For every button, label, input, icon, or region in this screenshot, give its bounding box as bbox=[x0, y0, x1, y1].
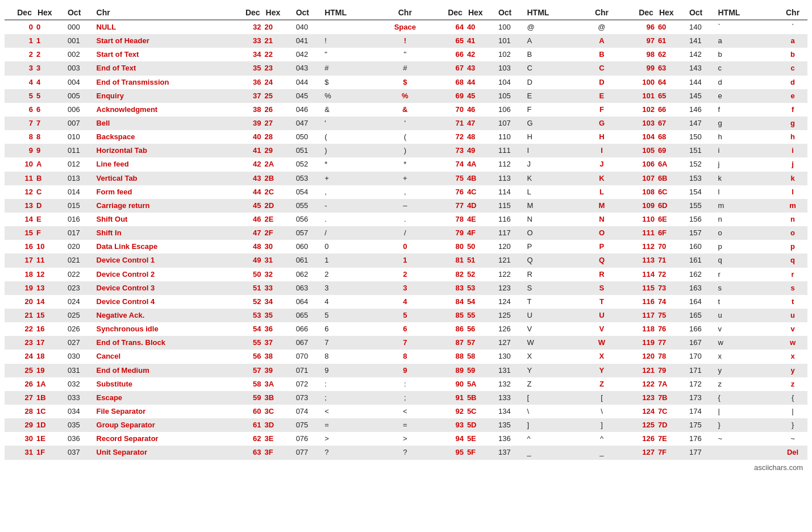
table-cell: 29 bbox=[264, 144, 293, 157]
h-html3: HTML bbox=[524, 6, 588, 20]
table-cell: 073 bbox=[293, 391, 322, 405]
table-cell: End of Medium bbox=[93, 364, 223, 377]
table-cell: 165 bbox=[686, 309, 715, 322]
h-dec4: Dec bbox=[626, 6, 657, 20]
table-cell: } bbox=[778, 418, 807, 432]
table-cell: 28 bbox=[5, 405, 35, 418]
table-cell: Q bbox=[587, 253, 617, 267]
table-cell: 5D bbox=[466, 418, 495, 432]
table-cell: 105 bbox=[495, 89, 524, 103]
table-cell: 001 bbox=[64, 34, 93, 48]
table-cell: N bbox=[524, 213, 588, 226]
table-cell: d bbox=[778, 76, 807, 89]
table-cell: 109 bbox=[626, 199, 657, 213]
table-row: 00000NULL3220040 Space6440100@@9660140`` bbox=[5, 20, 807, 34]
table-cell: Line feed bbox=[93, 157, 223, 171]
table-cell: 65 bbox=[657, 89, 686, 103]
table-cell: \ bbox=[524, 405, 588, 418]
table-cell: 136 bbox=[495, 432, 524, 446]
table-cell: 144 bbox=[686, 76, 715, 89]
table-cell: 155 bbox=[686, 199, 715, 213]
table-cell: 114 bbox=[495, 185, 524, 199]
table-cell: 123 bbox=[495, 281, 524, 295]
table-cell: 5B bbox=[466, 391, 495, 405]
table-cell: K bbox=[524, 172, 588, 185]
table-cell: p bbox=[715, 240, 778, 253]
table-cell: " bbox=[321, 48, 385, 61]
table-cell: 42 bbox=[233, 157, 264, 171]
table-cell: 063 bbox=[293, 281, 322, 295]
table-cell: 044 bbox=[293, 76, 322, 89]
table-cell: 6A bbox=[657, 157, 686, 171]
table-cell: 005 bbox=[64, 89, 93, 103]
table-cell: % bbox=[321, 89, 385, 103]
table-cell: 29 bbox=[5, 418, 35, 432]
table-cell: E bbox=[587, 89, 617, 103]
table-cell: 010 bbox=[64, 130, 93, 144]
table-cell: 172 bbox=[686, 377, 715, 391]
table-cell: l bbox=[778, 185, 807, 199]
table-cell: 16 bbox=[35, 322, 64, 336]
table-cell: 0 bbox=[385, 240, 426, 253]
table-cell: n bbox=[715, 213, 778, 226]
table-row: 2216026Synchronous idle5436066668656126V… bbox=[5, 322, 807, 336]
table-cell: 77 bbox=[435, 199, 466, 213]
table-cell: 57 bbox=[233, 364, 264, 377]
table-cell: 83 bbox=[435, 281, 466, 295]
table-cell: & bbox=[321, 103, 385, 117]
table-cell: 102 bbox=[626, 103, 657, 117]
table-cell: 2F bbox=[264, 226, 293, 240]
table-cell: l bbox=[715, 185, 778, 199]
table-cell: 87 bbox=[435, 336, 466, 350]
table-cell: u bbox=[715, 309, 778, 322]
table-cell: 63 bbox=[233, 446, 264, 459]
table-cell: L bbox=[587, 185, 617, 199]
table-cell: I bbox=[524, 144, 588, 157]
table-cell: 48 bbox=[466, 130, 495, 144]
table-cell: 21 bbox=[264, 34, 293, 48]
table-cell: 101 bbox=[495, 34, 524, 48]
table-cell: 126 bbox=[626, 432, 657, 446]
table-cell: – bbox=[385, 199, 426, 213]
table-cell: 33 bbox=[233, 34, 264, 48]
table-cell: { bbox=[715, 391, 778, 405]
table-cell: [ bbox=[587, 391, 617, 405]
table-cell: 1F bbox=[35, 446, 64, 459]
table-row: 77007Bell3927047''7147107GG10367147gg bbox=[5, 117, 807, 130]
table-cell: 133 bbox=[495, 391, 524, 405]
table-cell: ) bbox=[385, 144, 426, 157]
h-chr1: Chr bbox=[93, 6, 223, 20]
table-cell: 7D bbox=[657, 418, 686, 432]
table-cell: R bbox=[587, 268, 617, 281]
table-cell: c bbox=[778, 61, 807, 75]
table-cell: F bbox=[587, 103, 617, 117]
table-cell: ] bbox=[587, 418, 617, 432]
table-cell: G bbox=[587, 117, 617, 130]
table-cell: 146 bbox=[686, 103, 715, 117]
table-cell: 99 bbox=[626, 61, 657, 75]
table-cell: Y bbox=[524, 364, 588, 377]
table-cell: Z bbox=[587, 377, 617, 391]
table-cell: 011 bbox=[64, 144, 93, 157]
h-hex4: Hex bbox=[657, 6, 686, 20]
table-cell: 61 bbox=[233, 418, 264, 432]
table-row: 15F017Shift In472F057//794F117OO1116F157… bbox=[5, 226, 807, 240]
table-row: 2014024Device Control 45234064448454124T… bbox=[5, 295, 807, 309]
table-cell: B bbox=[35, 172, 64, 185]
table-cell: 0 bbox=[5, 20, 35, 34]
table-cell: j bbox=[778, 157, 807, 171]
table-cell: 006 bbox=[64, 103, 93, 117]
table-cell: r bbox=[778, 268, 807, 281]
table-cell: q bbox=[778, 253, 807, 267]
table-cell: 074 bbox=[293, 405, 322, 418]
table-cell: 49 bbox=[466, 144, 495, 157]
table-cell: = bbox=[385, 418, 426, 432]
table-cell: 125 bbox=[626, 418, 657, 432]
table-cell: 2 bbox=[35, 48, 64, 61]
table-cell: + bbox=[385, 172, 426, 185]
table-cell: 52 bbox=[233, 295, 264, 309]
h-html2: HTML bbox=[321, 6, 385, 20]
table-cell: 4 bbox=[35, 76, 64, 89]
table-cell: 1E bbox=[35, 432, 64, 446]
table-cell: Y bbox=[587, 364, 617, 377]
